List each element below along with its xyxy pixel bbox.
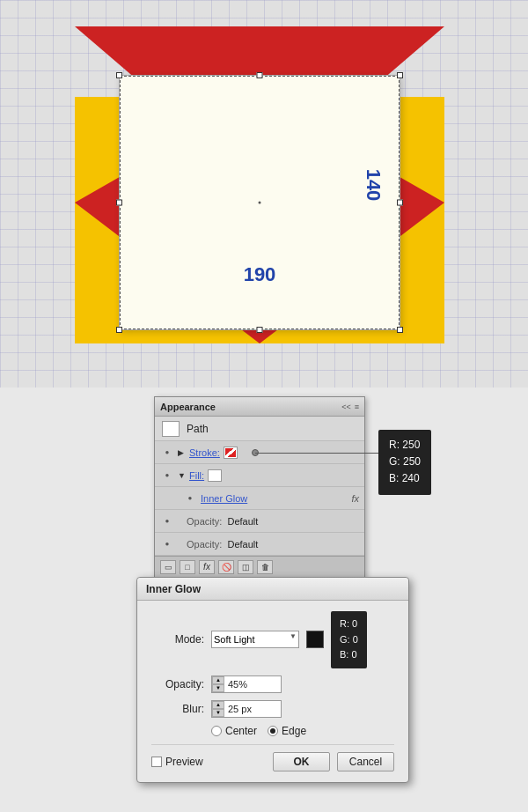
fill-expand-arrow[interactable]: ▼ <box>178 471 187 480</box>
dialog-opacity-row: Opacity: ▲ ▼ 45% <box>151 675 394 693</box>
dialog-body: Mode: Soft Light Normal Multiply Screen … <box>137 601 408 782</box>
blur-spinner[interactable]: ▲ ▼ 25 px <box>211 700 282 718</box>
stroke-color-box[interactable] <box>224 447 238 459</box>
dialog-blur-row: Blur: ▲ ▼ 25 px <box>151 700 394 718</box>
canvas-area: 190 140 <box>0 0 528 388</box>
edge-radio[interactable]: Edge <box>268 725 306 737</box>
toolbar-btn-fill[interactable]: □ <box>180 560 195 574</box>
appearance-panel: Appearance << ≡ Path ▶ Stroke: ▼ Fill: I… <box>154 396 365 578</box>
stroke-expand-arrow[interactable]: ▶ <box>178 448 187 457</box>
glow-color-swatch[interactable] <box>306 631 324 648</box>
panel-titlebar: Appearance << ≡ <box>155 397 364 417</box>
inner-glow-row: Inner Glow fx <box>155 487 364 510</box>
opacity-value-1[interactable]: Default <box>227 516 258 527</box>
opacity-field-label: Opacity: <box>151 678 204 690</box>
glow-r: R: 0 <box>340 616 358 632</box>
toolbar-btn-delete[interactable]: 🚫 <box>218 560 234 574</box>
preview-label: Preview <box>165 756 203 768</box>
dialog-titlebar: Inner Glow <box>137 578 408 601</box>
opacity-value-2[interactable]: Default <box>227 539 258 550</box>
opacity-label-1: Opacity: <box>187 516 227 527</box>
inner-glow-label[interactable]: Inner Glow <box>201 493 247 504</box>
panel-title: Appearance <box>160 402 216 412</box>
edge-radio-label: Edge <box>282 725 306 737</box>
blur-down-arrow[interactable]: ▼ <box>212 709 224 717</box>
opacity-label-2: Opacity: <box>187 539 227 550</box>
path-icon-box <box>162 421 180 437</box>
connector-line <box>255 453 378 454</box>
center-radio-circle[interactable] <box>211 726 222 736</box>
handle-tl <box>116 72 122 78</box>
panel-collapse-icon[interactable]: << <box>341 402 351 411</box>
panel-controls[interactable]: << ≡ <box>341 402 359 411</box>
preview-row: Preview OK Cancel <box>151 744 394 771</box>
inner-glow-visibility-icon[interactable] <box>183 491 197 506</box>
letter-paper <box>119 75 400 330</box>
stroke-visibility-icon[interactable] <box>160 446 174 460</box>
preview-checkbox[interactable] <box>151 757 162 767</box>
glow-g: G: 0 <box>340 632 358 648</box>
opacity1-visibility-icon[interactable] <box>160 514 174 528</box>
opacity-arrows[interactable]: ▲ ▼ <box>212 676 224 692</box>
handle-bl <box>116 327 122 333</box>
blur-spinner-value: 25 px <box>224 704 255 714</box>
inner-glow-fx: fx <box>351 493 359 504</box>
edge-radio-circle[interactable] <box>268 726 278 736</box>
toolbar-btn-stroke[interactable]: ▭ <box>160 560 176 574</box>
opacity-down-arrow[interactable]: ▼ <box>212 684 224 692</box>
dimension-height-label: 140 <box>363 169 385 202</box>
glow-color-rgb: R: 0 G: 0 B: 0 <box>331 611 367 668</box>
handle-tm <box>257 72 263 78</box>
panel-toolbar: ▭ □ fx 🚫 ◫ 🗑 <box>155 556 364 577</box>
blur-up-arrow[interactable]: ▲ <box>212 701 224 709</box>
preview-checkbox-item[interactable]: Preview <box>151 756 203 768</box>
handle-br <box>397 327 403 333</box>
dialog-title: Inner Glow <box>146 583 201 595</box>
toolbar-btn-duplicate[interactable]: ◫ <box>238 560 253 574</box>
opacity-row-2: Opacity: Default <box>155 533 364 556</box>
handle-tr <box>397 72 403 78</box>
blur-arrows[interactable]: ▲ ▼ <box>212 701 224 717</box>
color-r: R: 250 <box>389 437 421 454</box>
handle-bm <box>257 327 263 333</box>
inner-glow-dialog: Inner Glow Mode: Soft Light Normal Multi… <box>136 577 409 783</box>
envelope-container: 190 140 <box>75 26 444 343</box>
panel-menu-icon[interactable]: ≡ <box>355 402 359 411</box>
opacity-spinner[interactable]: ▲ ▼ 45% <box>211 675 282 693</box>
mode-row: Mode: Soft Light Normal Multiply Screen … <box>151 611 394 668</box>
handle-lm <box>116 200 122 206</box>
opacity2-visibility-icon[interactable] <box>160 537 174 551</box>
path-row: Path <box>155 417 364 441</box>
toolbar-btn-fx[interactable]: fx <box>199 560 215 574</box>
opacity-up-arrow[interactable]: ▲ <box>212 676 224 684</box>
color-b: B: 240 <box>389 470 421 487</box>
ok-button[interactable]: OK <box>273 752 330 771</box>
color-tooltip: R: 250 G: 250 B: 240 <box>378 430 431 495</box>
toolbar-btn-trash[interactable]: 🗑 <box>257 560 273 574</box>
opacity-spinner-value: 45% <box>224 679 251 690</box>
center-edge-radio-group: Center Edge <box>211 725 394 737</box>
handle-rm <box>397 200 403 206</box>
mode-label: Mode: <box>151 633 204 646</box>
opacity-row-1: Opacity: Default <box>155 510 364 533</box>
blur-field-label: Blur: <box>151 703 204 715</box>
dialog-buttons: OK Cancel <box>273 752 394 771</box>
fill-label[interactable]: Fill: <box>189 470 204 481</box>
center-radio-label: Center <box>225 725 257 737</box>
cancel-button[interactable]: Cancel <box>337 752 394 771</box>
mode-select[interactable]: Soft Light Normal Multiply Screen <box>211 631 299 648</box>
dimension-width-label: 190 <box>244 263 276 286</box>
glow-b: B: 0 <box>340 647 358 663</box>
center-radio[interactable]: Center <box>211 725 257 737</box>
fill-visibility-icon[interactable] <box>160 469 174 483</box>
fill-color-box[interactable] <box>208 469 222 482</box>
letter-center-dot <box>259 202 261 204</box>
color-g: G: 250 <box>389 454 421 470</box>
mode-select-wrapper[interactable]: Soft Light Normal Multiply Screen <box>211 631 299 648</box>
path-label: Path <box>187 423 209 435</box>
fill-row: ▼ Fill: <box>155 464 364 487</box>
stroke-label[interactable]: Stroke: <box>189 447 220 458</box>
